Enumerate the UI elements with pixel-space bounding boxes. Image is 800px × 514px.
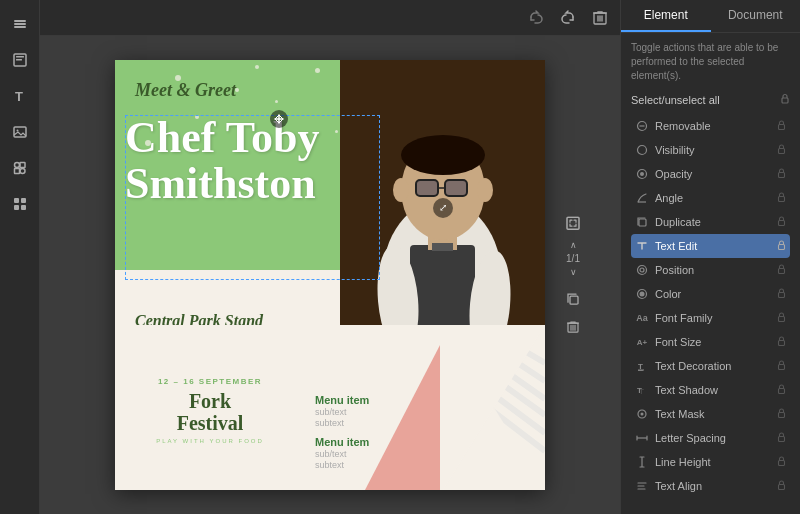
panel-item-text-edit[interactable]: Text Edit	[631, 234, 790, 258]
panel-item-font-size[interactable]: A+ Font Size	[631, 330, 790, 354]
panel-item-line-height[interactable]: Line Height	[631, 450, 790, 474]
line-height-label: Line Height	[655, 456, 711, 468]
panel-body: Toggle actions that are able to be perfo…	[621, 33, 800, 514]
layers-icon[interactable]	[4, 8, 36, 40]
line-height-icon	[635, 455, 649, 469]
text-edit-label: Text Edit	[655, 240, 697, 252]
delete-page-button[interactable]	[562, 316, 584, 338]
dot9	[255, 65, 259, 69]
font-family-icon: Aa	[635, 311, 649, 325]
duplicate-lock	[777, 216, 786, 228]
svg-text:T: T	[15, 89, 23, 104]
image-tool-icon[interactable]	[4, 116, 36, 148]
font-size-label: Font Size	[655, 336, 701, 348]
angle-label: Angle	[655, 192, 683, 204]
right-panel: Element Document Toggle actions that are…	[620, 0, 800, 514]
svg-rect-68	[779, 389, 785, 394]
photo-drag-handle[interactable]: ⤢	[433, 198, 453, 218]
svg-rect-54	[779, 245, 785, 250]
svg-point-28	[477, 178, 493, 202]
panel-item-duplicate[interactable]: Duplicate	[631, 210, 790, 234]
panel-item-text-shadow[interactable]: TT Text Shadow	[631, 378, 790, 402]
menu-item-2-sub1: sub/text	[315, 449, 369, 459]
menu-items: Menu item sub/text subtext Menu item sub…	[315, 394, 369, 470]
page-up-arrow[interactable]: ∧	[566, 240, 580, 251]
page-down-arrow[interactable]: ∨	[566, 267, 580, 278]
svg-rect-13	[14, 198, 19, 203]
position-label: Position	[655, 264, 694, 276]
text-align-lock	[777, 480, 786, 492]
svg-rect-42	[782, 98, 788, 103]
panel-item-angle[interactable]: Angle	[631, 186, 790, 210]
panel-item-text-align[interactable]: Text Align	[631, 474, 790, 498]
text-tool-icon[interactable]: T	[4, 80, 36, 112]
chef-name-text: Chef Toby Smithston	[125, 115, 319, 207]
panel-item-letter-spacing[interactable]: Letter Spacing	[631, 426, 790, 450]
text-shadow-lock	[777, 384, 786, 396]
panel-item-color[interactable]: Color	[631, 282, 790, 306]
tab-document[interactable]: Document	[711, 0, 801, 32]
panel-item-font-family[interactable]: Aa Font Family	[631, 306, 790, 330]
undo-button[interactable]	[524, 6, 548, 30]
select-all-row: Select/unselect all	[631, 93, 790, 106]
text-decoration-lock	[777, 360, 786, 372]
duplicate-label: Duplicate	[655, 216, 701, 228]
redo-button[interactable]	[556, 6, 580, 30]
delete-top-button[interactable]	[588, 6, 612, 30]
svg-rect-52	[639, 219, 646, 226]
svg-rect-61	[779, 317, 785, 322]
svg-rect-10	[20, 163, 25, 168]
dot4	[275, 100, 278, 103]
removable-icon	[635, 119, 649, 133]
panel-item-text-decoration[interactable]: T Text Decoration	[631, 354, 790, 378]
svg-rect-74	[779, 485, 785, 490]
selection-move-handle[interactable]	[270, 110, 288, 128]
select-all-lock-icon	[780, 93, 790, 106]
panel-item-opacity[interactable]: Opacity	[631, 162, 790, 186]
dot7	[335, 130, 338, 133]
menu-item-1: Menu item sub/text subtext	[315, 394, 369, 428]
opacity-label: Opacity	[655, 168, 692, 180]
svg-rect-73	[779, 461, 785, 466]
apps-icon[interactable]	[4, 188, 36, 220]
line-height-lock	[777, 456, 786, 468]
svg-rect-47	[779, 149, 785, 154]
menu-item-1-sub1: sub/text	[315, 407, 369, 417]
svg-rect-7	[14, 127, 26, 137]
panel-item-visibility[interactable]: Visibility	[631, 138, 790, 162]
menu-item-2-title: Menu item	[315, 436, 369, 448]
panel-item-text-mask[interactable]: Text Mask	[631, 402, 790, 426]
panel-item-position[interactable]: Position	[631, 258, 790, 282]
svg-rect-72	[779, 437, 785, 442]
visibility-label: Visibility	[655, 144, 695, 156]
pages-icon[interactable]	[4, 44, 36, 76]
text-align-icon	[635, 479, 649, 493]
elements-icon[interactable]	[4, 152, 36, 184]
opacity-icon	[635, 167, 649, 181]
festival-block: 12 – 16 September Fork Festival Play wit…	[115, 330, 305, 490]
canvas-side-controls: ∧ 1/1 ∨	[562, 212, 584, 338]
visibility-lock	[777, 144, 786, 156]
festival-name: Fork Festival	[177, 390, 244, 434]
svg-rect-0	[14, 20, 26, 22]
select-all-label[interactable]: Select/unselect all	[631, 94, 720, 106]
svg-rect-71	[779, 413, 785, 418]
text-mask-label: Text Mask	[655, 408, 705, 420]
letter-spacing-lock	[777, 432, 786, 444]
svg-point-12	[20, 169, 25, 174]
copy-page-button[interactable]	[562, 288, 584, 310]
tab-element[interactable]: Element	[621, 0, 711, 32]
svg-rect-50	[779, 173, 785, 178]
fit-canvas-button[interactable]	[562, 212, 584, 234]
svg-rect-16	[21, 205, 26, 210]
color-icon	[635, 287, 649, 301]
panel-item-removable[interactable]: Removable	[631, 114, 790, 138]
color-lock	[777, 288, 786, 300]
menu-item-1-title: Menu item	[315, 394, 369, 406]
svg-point-27	[393, 178, 409, 202]
svg-rect-24	[445, 180, 467, 196]
left-toolbar: T	[0, 0, 40, 514]
svg-rect-1	[14, 23, 26, 25]
meet-greet-text: Meet & Greet	[135, 80, 236, 101]
svg-rect-45	[779, 125, 785, 130]
